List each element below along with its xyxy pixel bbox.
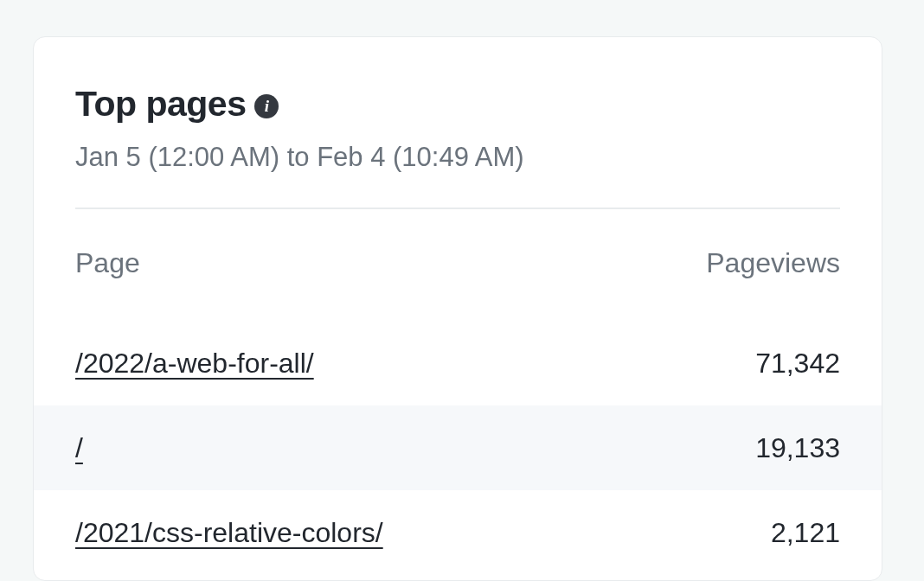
card-title: Top pages bbox=[75, 84, 246, 124]
card-header: Top pages i bbox=[75, 84, 840, 124]
divider bbox=[75, 208, 840, 209]
column-pageviews: Pageviews bbox=[706, 247, 840, 279]
table-row: /2021/css-relative-colors/ 2,121 bbox=[34, 490, 882, 575]
page-link[interactable]: /2021/css-relative-colors/ bbox=[75, 517, 383, 549]
top-pages-card: Top pages i Jan 5 (12:00 AM) to Feb 4 (1… bbox=[33, 36, 882, 581]
column-page: Page bbox=[75, 247, 140, 279]
pageviews-value: 2,121 bbox=[771, 517, 840, 549]
pageviews-value: 71,342 bbox=[755, 348, 840, 380]
date-range: Jan 5 (12:00 AM) to Feb 4 (10:49 AM) bbox=[75, 142, 840, 173]
table-row: /2022/a-web-for-all/ 71,342 bbox=[34, 321, 882, 405]
table-row: / 19,133 bbox=[34, 405, 882, 490]
info-icon[interactable]: i bbox=[254, 94, 279, 118]
pageviews-value: 19,133 bbox=[755, 432, 840, 464]
page-link[interactable]: /2022/a-web-for-all/ bbox=[75, 348, 314, 380]
table-header: Page Pageviews bbox=[75, 247, 840, 279]
page-link[interactable]: / bbox=[75, 432, 83, 464]
